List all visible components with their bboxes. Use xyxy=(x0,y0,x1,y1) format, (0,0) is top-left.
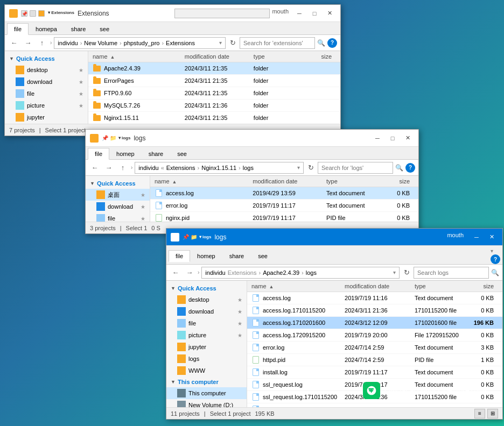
col-size-header-2[interactable]: size xyxy=(375,178,414,184)
sidebar-item-thiscomputer-3[interactable]: This computer xyxy=(166,387,247,399)
quickaccess-header-2[interactable]: Quick Access xyxy=(86,178,150,189)
tab-file-2[interactable]: file xyxy=(88,148,109,160)
table-row[interactable]: httpd.pid 2024/7/14 2:59 PID file 1 KB xyxy=(247,354,502,366)
refresh-btn-2[interactable]: ↻ xyxy=(306,163,316,173)
sidebar-item-desktop-1[interactable]: desktop ★ xyxy=(5,64,88,76)
sidebar-item-download-1[interactable]: download ★ xyxy=(5,76,88,88)
table-row[interactable]: FTP0.9.60 2024/3/11 21:35 folder xyxy=(88,87,340,100)
win3-path[interactable]: individu Extensions › Apache2.4.39 › log… xyxy=(201,267,400,279)
folder-row-icon xyxy=(93,90,101,96)
search-input-1[interactable] xyxy=(240,37,315,49)
sidebar-item-desktop-3[interactable]: desktop ★ xyxy=(166,294,247,306)
search-input-2[interactable] xyxy=(318,162,393,174)
maximize-btn-2[interactable]: □ xyxy=(386,133,399,144)
sidebar-item-picture-1[interactable]: picture ★ xyxy=(5,100,88,111)
col-name-header[interactable]: name ▲ xyxy=(93,53,185,60)
close-btn[interactable]: ✕ xyxy=(323,8,336,19)
win2-tabs: file homep share see xyxy=(86,147,418,159)
forward-btn-3[interactable]: → xyxy=(184,267,195,279)
minimize-btn-2[interactable]: ─ xyxy=(371,133,384,144)
tab-file-1[interactable]: file xyxy=(7,23,29,35)
table-row[interactable]: access.log 2019/7/19 11:16 Text document… xyxy=(247,292,502,304)
table-row[interactable]: nginx.pid 2019/7/19 11:17 PID file 0 KB xyxy=(150,212,418,222)
quickaccess-header-1[interactable]: Quick Access xyxy=(5,53,88,64)
tab-share-3[interactable]: share xyxy=(222,250,251,261)
tab-see-3[interactable]: see xyxy=(251,250,275,261)
col-type-header-2[interactable]: type xyxy=(326,178,375,184)
tab-homep-3[interactable]: homep xyxy=(190,250,222,261)
sidebar-item-newvol-3[interactable]: New Volume (D:) xyxy=(166,399,247,407)
sidebar-item-jupyter-3[interactable]: jupyter xyxy=(166,341,247,353)
back-btn-1[interactable]: ← xyxy=(8,37,20,49)
back-btn-2[interactable]: ← xyxy=(89,162,101,174)
thiscomputer-header-3[interactable]: This computer xyxy=(166,377,247,387)
col-type-header-3[interactable]: type xyxy=(415,283,461,289)
table-row[interactable]: MySQL5.7.26 2024/3/11 21:36 folder xyxy=(88,100,340,112)
sidebar-item-logs-3[interactable]: logs xyxy=(166,353,247,365)
win2-filelist: name ▲ modification date type size acces… xyxy=(150,176,418,222)
table-row[interactable]: Nginx1.15.11 2024/3/11 21:35 folder xyxy=(88,112,340,124)
win3-statusbar: 11 projects | Select 1 project 195 KB ≡ … xyxy=(166,407,502,419)
table-row[interactable]: install.log 2019/7/19 11:17 Text documen… xyxy=(247,366,502,379)
col-size-header-3[interactable]: size xyxy=(461,283,498,289)
refresh-btn-1[interactable]: ↻ xyxy=(228,38,237,48)
grid-view-btn[interactable]: ⊞ xyxy=(487,409,498,418)
refresh-btn-3[interactable]: ↻ xyxy=(402,268,411,278)
table-row[interactable]: error.log 2024/7/14 2:59 Text document 3… xyxy=(247,342,502,354)
close-btn-3[interactable]: ✕ xyxy=(485,232,498,243)
close-btn-2[interactable]: ✕ xyxy=(401,133,414,144)
win2-column-headers: name ▲ modification date type size xyxy=(150,176,418,187)
table-row[interactable]: access.log.1720915200 2019/7/19 20:00 Fi… xyxy=(247,329,502,342)
table-row[interactable]: access.log 2019/4/29 13:59 Text document… xyxy=(150,187,418,200)
table-row[interactable]: ErrorPages 2024/3/11 21:35 folder xyxy=(88,75,340,87)
sidebar-item-jupyter-1[interactable]: jupyter xyxy=(5,111,88,123)
tab-see-1[interactable]: see xyxy=(93,23,116,34)
sidebar-item-desktop-2[interactable]: 桌面 ★ xyxy=(86,189,150,201)
tab-share-1[interactable]: share xyxy=(64,23,93,34)
sidebar-item-file-2[interactable]: file ★ xyxy=(86,212,150,222)
table-row[interactable]: ssl_request.log.1710201600 2024/3/12 10:… xyxy=(247,403,502,407)
sidebar-item-www-3[interactable]: WWW xyxy=(166,365,247,377)
back-btn-3[interactable]: ← xyxy=(170,267,181,279)
table-row[interactable]: error.log 2019/7/19 11:17 Text document … xyxy=(150,200,418,212)
sidebar-item-download-2[interactable]: download ★ xyxy=(86,201,150,212)
col-name-header-3[interactable]: name ▲ xyxy=(251,283,345,289)
sidebar-item-file-1[interactable]: file ★ xyxy=(5,88,88,100)
quickaccess-header-3[interactable]: Quick Access xyxy=(166,283,247,294)
help-btn-3[interactable]: ? xyxy=(491,254,500,264)
col-date-header-3[interactable]: modification date xyxy=(345,283,415,289)
forward-btn-2[interactable]: → xyxy=(103,162,115,174)
sidebar-item-download-3[interactable]: download ★ xyxy=(166,306,247,317)
col-date-header[interactable]: modification date xyxy=(185,53,254,60)
col-type-header[interactable]: type xyxy=(254,53,299,60)
tab-share-2[interactable]: share xyxy=(142,148,171,159)
maximize-btn[interactable]: □ xyxy=(308,8,321,19)
col-date-header-2[interactable]: modification date xyxy=(253,178,326,184)
sidebar-item-picture-3[interactable]: picture ★ xyxy=(166,329,247,341)
minimize-btn[interactable]: ─ xyxy=(293,8,306,19)
table-row[interactable]: access.log.1710115200 2024/3/11 21:36 17… xyxy=(247,304,502,317)
help-btn-1[interactable]: ? xyxy=(327,38,337,48)
col-name-header-2[interactable]: name ▲ xyxy=(155,178,253,184)
table-row[interactable]: Apache2.4.39 2024/3/11 21:35 folder xyxy=(88,62,340,75)
up-btn-1[interactable]: ↑ xyxy=(36,37,48,49)
up-btn-2[interactable]: ↑ xyxy=(117,162,129,174)
win2-path[interactable]: individu « Extensions › Nginx1.15.11 › l… xyxy=(135,162,304,174)
forward-btn-1[interactable]: → xyxy=(22,37,34,49)
doc-icon xyxy=(253,368,259,376)
tab-homepa-1[interactable]: homepa xyxy=(29,23,64,34)
picture-icon xyxy=(16,101,24,110)
help-btn-2[interactable]: ? xyxy=(405,163,415,173)
win3-size: 195 KB xyxy=(255,410,275,417)
tab-see-2[interactable]: see xyxy=(170,148,194,159)
table-row[interactable]: access.log.1710201600 2024/3/12 12:09 17… xyxy=(247,317,502,329)
col-size-header[interactable]: size xyxy=(299,53,336,60)
tab-homep-2[interactable]: homep xyxy=(109,148,142,159)
list-view-btn[interactable]: ≡ xyxy=(474,409,485,418)
minimize-btn-3[interactable]: ─ xyxy=(470,232,483,243)
tab-file-3[interactable]: file xyxy=(169,250,190,262)
search-input-3[interactable] xyxy=(414,267,489,279)
sidebar-item-file-3[interactable]: file ★ xyxy=(166,317,247,329)
doc-row-icon xyxy=(156,202,162,209)
win1-path[interactable]: individu › New Volume › phpstudy_pro › E… xyxy=(54,37,226,49)
